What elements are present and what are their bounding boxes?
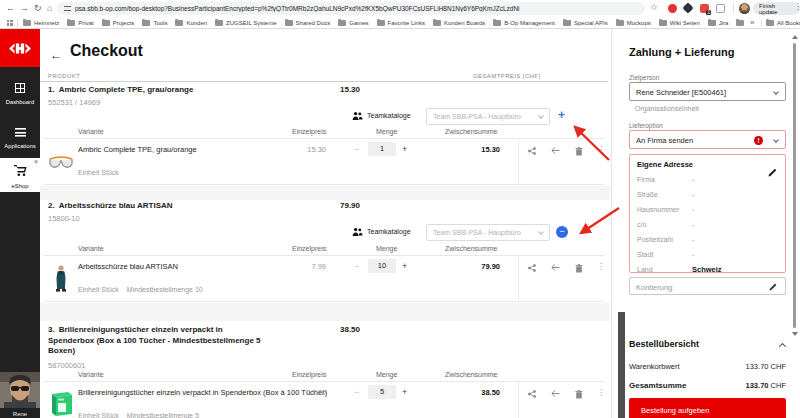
bookmark-folder[interactable]: Heimnetz: [23, 20, 59, 26]
zielperson-select[interactable]: Rene Schneider [E500461]: [629, 82, 786, 101]
browser-toolbar: ← → ↻ ⌂ psa.sbb.b-op.com/bop-desktop?Bus…: [0, 0, 800, 17]
scrollbar-up-arrow[interactable]: [792, 35, 798, 39]
quantity-input[interactable]: 10: [368, 259, 396, 273]
sidebar-item-dashboard[interactable]: Dashboard: [0, 79, 40, 105]
quantity-input[interactable]: 1: [368, 142, 396, 156]
home-icon[interactable]: ⌂: [47, 2, 52, 15]
edit-kontierung-icon[interactable]: [769, 283, 777, 291]
share-icon[interactable]: [528, 390, 536, 398]
team-catalog-select[interactable]: Team SBB-PSA - Hauptbüro: [426, 224, 550, 241]
quantity-increase-button[interactable]: +: [402, 387, 407, 397]
finish-update-button[interactable]: Finish update: [753, 2, 800, 15]
bookmark-folder[interactable]: Games: [338, 20, 368, 26]
sbb-logo: [0, 29, 40, 67]
browser-menu-icon[interactable]: ⋮: [794, 2, 800, 11]
more-options-icon[interactable]: ⋮: [597, 145, 605, 154]
share-icon[interactable]: [528, 147, 536, 155]
share-icon[interactable]: [528, 264, 536, 272]
delete-icon[interactable]: [575, 264, 583, 273]
bookmark-folder[interactable]: Kunden Boards: [433, 20, 485, 26]
extension-pencil-icon[interactable]: [682, 2, 693, 13]
product-title: 3.Brillenreinigungstücher einzeln verpac…: [48, 325, 266, 357]
folder-icon: [493, 20, 501, 26]
delete-icon[interactable]: [575, 390, 583, 399]
address-box: Eigene Adresse Firma-Straße-Hausnummer-c…: [629, 154, 786, 273]
product-block-2: 2.Arbeitsschürze blau ARTISAN 79.90 1580…: [40, 201, 610, 301]
bookmark-folder[interactable]: Mockups: [616, 20, 651, 26]
variant-column-headers: Variante Einzelpreis Menge Zwischensumme: [40, 128, 610, 138]
more-options-icon[interactable]: ⋮: [597, 262, 605, 271]
lieferoption-select[interactable]: An Firma senden !: [629, 130, 786, 149]
quantity-input[interactable]: 5: [368, 385, 396, 399]
address-row: Firma-: [637, 172, 778, 187]
kontierung-field[interactable]: Kontierung:: [629, 277, 786, 295]
bookmark-folder[interactable]: Wiki Seiten: [659, 20, 700, 26]
bookmark-folder[interactable]: ZUGSEIL Systeme: [215, 20, 276, 26]
move-back-icon[interactable]: [551, 390, 560, 398]
address-row: LandSchweiz: [637, 262, 778, 277]
bookmark-folder[interactable]: B-Op Management: [493, 20, 555, 26]
scrollbar-down-arrow[interactable]: [792, 332, 798, 336]
quantity-decrease-button[interactable]: −: [354, 144, 359, 154]
all-bookmarks-button[interactable]: All Bookmarks: [766, 17, 800, 29]
sidebar-item-eshop[interactable]: × eShop: [0, 158, 40, 192]
eshop-close-icon[interactable]: ×: [34, 158, 38, 165]
bookmark-folder[interactable]: Tools: [142, 20, 167, 26]
bookmark-star-icon[interactable]: ☆: [650, 2, 658, 12]
address-row: Postleitzahl-: [637, 232, 778, 247]
chevron-down-icon: [538, 229, 544, 235]
bookmark-folder[interactable]: REALM APPS: [736, 20, 745, 26]
back-arrow-icon[interactable]: ←: [50, 48, 62, 62]
edit-address-icon[interactable]: [768, 168, 777, 177]
panel-right-scrollbar[interactable]: [793, 43, 796, 328]
panel-scrollbar-thumb[interactable]: [618, 312, 625, 418]
address-field-label: c/o: [637, 221, 692, 228]
bookmark-folder[interactable]: Projects: [102, 20, 135, 26]
apps-grid-icon[interactable]: [7, 20, 13, 26]
bookmark-folder[interactable]: Jira: [708, 20, 729, 26]
submit-order-button[interactable]: Bestellung aufgeben: [629, 398, 786, 418]
more-options-icon[interactable]: ⋮: [597, 388, 605, 397]
site-settings-icon[interactable]: [64, 5, 71, 12]
folder-icon: [175, 20, 183, 26]
bookmark-folder[interactable]: Shared Docs: [285, 20, 331, 26]
bookmark-folder[interactable]: Special APIs: [563, 20, 608, 26]
subtotal: 15.30: [424, 145, 500, 154]
folder-icon: [659, 20, 667, 26]
quantity-increase-button[interactable]: +: [402, 144, 407, 154]
back-icon[interactable]: ←: [6, 2, 15, 15]
reload-icon[interactable]: ↻: [34, 2, 42, 15]
url-bar[interactable]: psa.sbb.b-op.com/bop-desktop?BusinessPar…: [57, 2, 645, 15]
sidebar-item-applications[interactable]: Applications: [0, 123, 40, 149]
bookmarks-overflow-chevron[interactable]: »: [750, 18, 754, 27]
forward-icon[interactable]: →: [20, 2, 29, 15]
product-reference: 15800-10: [48, 214, 80, 223]
bookmark-folder[interactable]: Favorite Links: [377, 20, 425, 26]
add-team-catalog-button[interactable]: +: [558, 108, 565, 122]
bookmark-folder[interactable]: Kunden: [175, 20, 207, 26]
extension-adblock-icon[interactable]: [668, 4, 677, 13]
folder-icon: [616, 20, 624, 26]
folder-icon: [563, 20, 571, 26]
quantity-increase-button[interactable]: +: [402, 261, 407, 271]
product-title: 2.Arbeitsschürze blau ARTISAN: [48, 201, 266, 212]
browser-profile-avatar[interactable]: [739, 3, 750, 14]
bookmark-label: Privat: [78, 20, 93, 26]
team-catalog-select[interactable]: Team SBB-PSA - Hauptbüro: [426, 108, 550, 125]
bookmark-folder[interactable]: Privat: [67, 20, 93, 26]
extension-badged-icon[interactable]: 1: [700, 4, 709, 13]
quantity-decrease-button[interactable]: −: [354, 387, 359, 397]
user-avatar[interactable]: [0, 372, 40, 408]
variant-column-headers: Variante Einzelpreis Menge Zwischensumme: [40, 245, 610, 255]
product-block-1: 1.Ambric Complete TPE, grau/orange 15.30…: [40, 85, 610, 185]
collapse-chevron-icon[interactable]: [779, 343, 786, 350]
variant-row: Arbeitsschürze blau ARTISAN Einheit Stüc…: [44, 255, 604, 302]
remove-team-catalog-button[interactable]: −: [556, 226, 568, 238]
extension-box-icon[interactable]: [716, 4, 725, 13]
move-back-icon[interactable]: [551, 147, 560, 155]
delete-icon[interactable]: [575, 147, 583, 156]
toolbar-divider: [733, 3, 734, 13]
quantity-decrease-button[interactable]: −: [354, 261, 359, 271]
move-back-icon[interactable]: [551, 264, 560, 272]
dashboard-grid-icon: [15, 83, 25, 93]
